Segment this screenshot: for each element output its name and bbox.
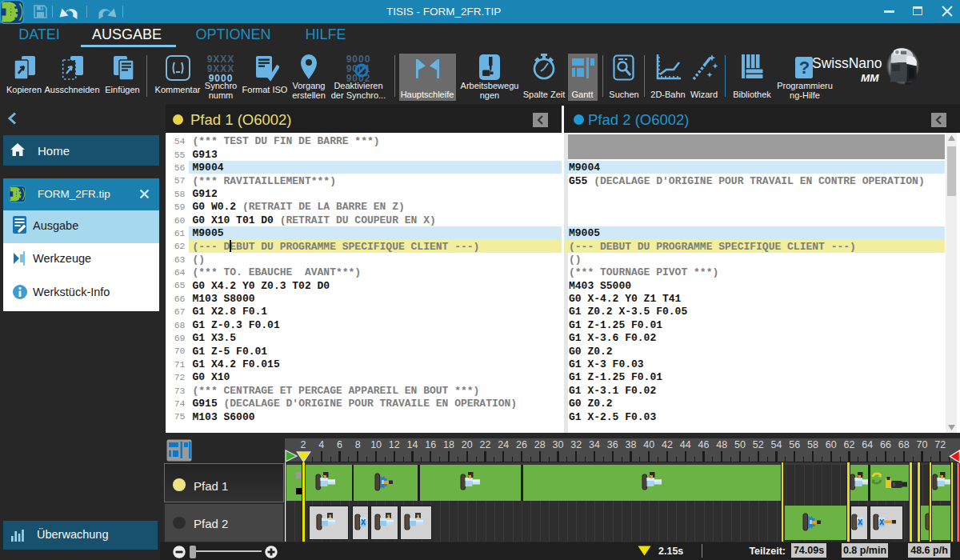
svg-text:?: ? <box>799 58 810 78</box>
